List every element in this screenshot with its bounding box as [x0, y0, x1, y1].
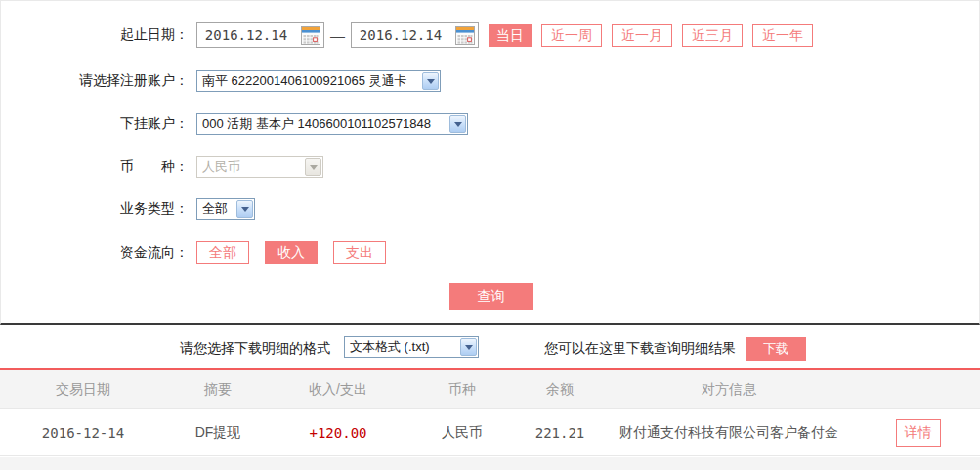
- chevron-down-icon[interactable]: [236, 200, 253, 218]
- currency-row: 币 种： 人民币: [1, 156, 323, 178]
- register-account-select[interactable]: 南平 6222001406100921065 灵通卡: [196, 70, 441, 92]
- table-header-row: 交易日期 摘要 收入/支出 币种 余额 对方信息: [0, 370, 980, 409]
- currency-label: 币 种：: [1, 158, 196, 176]
- header-date: 交易日期: [0, 381, 166, 399]
- header-counterparty: 对方信息: [602, 381, 856, 399]
- chevron-down-icon[interactable]: [460, 338, 477, 356]
- sub-account-label: 下挂账户：: [1, 115, 196, 133]
- register-account-value: 南平 6222001406100921065 灵通卡: [202, 72, 407, 90]
- business-type-row: 业务类型： 全部: [1, 198, 255, 220]
- download-format-value: 文本格式 (.txt): [350, 338, 430, 356]
- header-currency: 币种: [406, 381, 518, 399]
- footer-band: [0, 457, 980, 470]
- fund-flow-income-button[interactable]: 收入: [265, 241, 318, 264]
- sub-account-row: 下挂账户： 000 活期 基本户 1406600101102571848: [1, 113, 468, 135]
- cell-date: 2016-12-14: [0, 425, 166, 441]
- date-range-row: 起止日期： —: [1, 22, 813, 48]
- quick-range-today-button[interactable]: 当日: [489, 24, 532, 47]
- header-balance: 余额: [518, 381, 602, 399]
- business-type-select[interactable]: 全部: [196, 198, 255, 220]
- download-button[interactable]: 下载: [746, 337, 806, 361]
- quick-range-year-button[interactable]: 近一年: [752, 24, 813, 47]
- start-date-input[interactable]: [197, 27, 295, 43]
- download-format-select[interactable]: 文本格式 (.txt): [344, 336, 479, 358]
- date-separator: —: [330, 27, 345, 44]
- fund-flow-row: 资金流向： 全部 收入 支出: [1, 241, 402, 264]
- chevron-down-icon[interactable]: [422, 72, 439, 90]
- detail-button[interactable]: 详情: [896, 419, 941, 447]
- end-date-input[interactable]: [352, 27, 449, 43]
- date-range-label: 起止日期：: [1, 26, 196, 44]
- business-type-label: 业务类型：: [1, 200, 196, 218]
- chevron-down-icon: [305, 158, 321, 176]
- cell-balance: 221.21: [518, 425, 602, 441]
- start-date-field[interactable]: [196, 22, 324, 48]
- currency-value: 人民币: [202, 158, 240, 176]
- query-button[interactable]: 查询: [449, 283, 533, 310]
- currency-select: 人民币: [196, 156, 323, 178]
- end-date-field[interactable]: [351, 22, 479, 48]
- sub-account-select[interactable]: 000 活期 基本户 1406600101102571848: [196, 113, 468, 135]
- calendar-icon[interactable]: [455, 26, 475, 45]
- fund-flow-all-button[interactable]: 全部: [196, 241, 249, 264]
- register-account-label: 请选择注册账户：: [1, 72, 196, 90]
- fund-flow-label: 资金流向：: [1, 244, 196, 262]
- query-form-panel: 起止日期： —: [0, 0, 980, 325]
- table-row: 2016-12-14 DF提现 +120.00 人民币 221.21 财付通支付…: [0, 410, 980, 456]
- cell-currency: 人民币: [406, 424, 518, 442]
- sub-account-value: 000 活期 基本户 1406600101102571848: [202, 115, 431, 133]
- business-type-value: 全部: [202, 200, 228, 218]
- cell-summary: DF提现: [166, 424, 270, 442]
- header-summary: 摘要: [166, 381, 270, 399]
- quick-range-week-button[interactable]: 近一周: [541, 24, 602, 47]
- download-hint-text: 您可以在这里下载查询明细结果: [544, 340, 736, 358]
- chevron-down-icon[interactable]: [449, 115, 466, 133]
- header-amount: 收入/支出: [270, 381, 406, 399]
- cell-amount: +120.00: [270, 425, 406, 441]
- calendar-icon[interactable]: [301, 26, 320, 45]
- cell-counterparty: 财付通支付科技有限公司客户备付金: [602, 424, 856, 442]
- quick-range-3month-button[interactable]: 近三月: [682, 24, 743, 47]
- register-account-row: 请选择注册账户： 南平 6222001406100921065 灵通卡: [1, 70, 441, 92]
- download-format-label: 请您选择下载明细的格式: [180, 340, 330, 358]
- fund-flow-expense-button[interactable]: 支出: [333, 241, 386, 264]
- quick-range-month-button[interactable]: 近一月: [612, 24, 672, 47]
- transaction-query-page: 起止日期： —: [0, 0, 980, 470]
